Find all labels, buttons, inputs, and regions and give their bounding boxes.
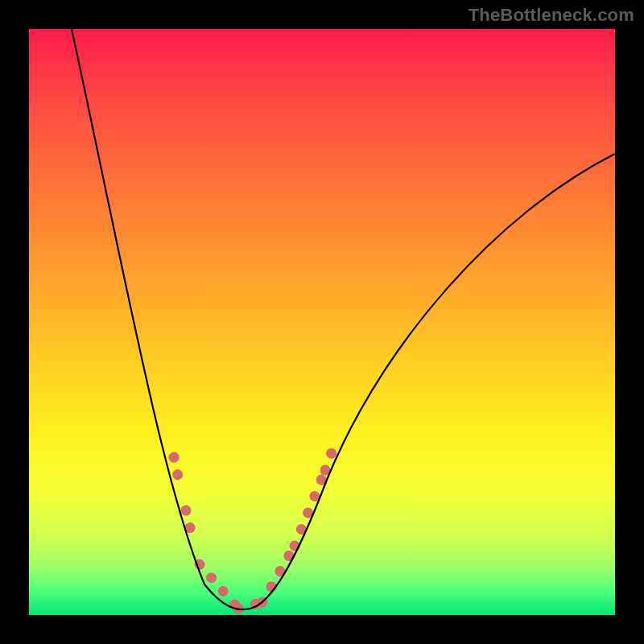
highlight-segment (174, 457, 179, 480)
bottleneck-curve (72, 29, 615, 609)
highlight-segment (325, 440, 336, 470)
highlight-segment (295, 470, 325, 546)
curve-svg (29, 29, 615, 615)
watermark-text: TheBottleneck.com (469, 5, 634, 26)
plot-area (29, 29, 615, 615)
highlight-layer (174, 440, 336, 609)
chart-frame: TheBottleneck.com (0, 0, 644, 644)
highlight-segment (186, 510, 194, 544)
highlight-segment (262, 546, 295, 602)
